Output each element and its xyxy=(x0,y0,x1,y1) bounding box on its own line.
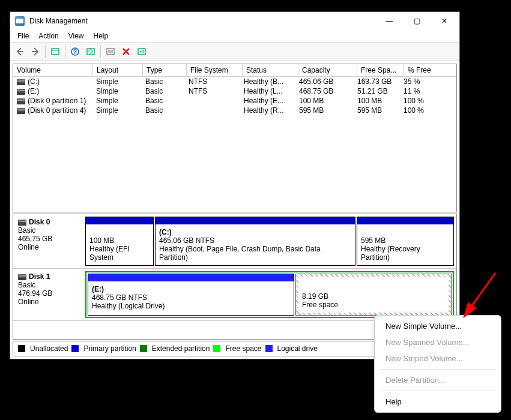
free-space[interactable]: 8.19 GBFree space xyxy=(295,274,452,316)
partition-efi[interactable]: 100 MBHealthy (EFI System xyxy=(85,217,154,266)
window-title: Disk Management xyxy=(29,17,375,25)
svg-rect-0 xyxy=(52,49,59,55)
ctx-new-striped-volume: New Striped Volume... xyxy=(375,350,501,367)
table-row[interactable]: (C:)SimpleBasicNTFSHealthy (B...465.06 G… xyxy=(13,77,456,86)
svg-point-10 xyxy=(140,51,142,53)
minimize-button[interactable]: — xyxy=(375,12,403,30)
close-button[interactable]: ✕ xyxy=(431,12,458,30)
menu-help[interactable]: Help xyxy=(89,31,113,41)
col-status[interactable]: Status xyxy=(243,64,298,77)
menubar: File Action View Help xyxy=(10,30,459,43)
ctx-new-simple-volume[interactable]: New Simple Volume... xyxy=(375,318,501,334)
menu-view[interactable]: View xyxy=(64,31,89,41)
swatch-unallocated xyxy=(18,345,25,352)
col-filesystem[interactable]: File System xyxy=(187,64,243,77)
disk-management-window: Disk Management — ▢ ✕ File Action View H… xyxy=(10,11,460,359)
maximize-button[interactable]: ▢ xyxy=(403,12,431,30)
menu-action[interactable]: Action xyxy=(34,31,63,41)
settings-button[interactable] xyxy=(103,44,118,59)
col-free[interactable]: Free Spa... xyxy=(357,64,404,77)
swatch-primary xyxy=(71,345,79,352)
swatch-logical xyxy=(265,345,273,352)
disk-1-label[interactable]: Disk 1 Basic 476.94 GB Online xyxy=(13,269,83,320)
drive-icon xyxy=(17,98,25,104)
ctx-help[interactable]: Help xyxy=(375,394,501,410)
app-icon xyxy=(15,16,25,26)
back-button[interactable] xyxy=(13,44,27,59)
context-menu: New Simple Volume... New Spanned Volume.… xyxy=(374,315,501,413)
swatch-extended xyxy=(140,345,147,352)
help-button[interactable]: ? xyxy=(68,44,82,59)
titlebar[interactable]: Disk Management — ▢ ✕ xyxy=(10,12,459,30)
svg-rect-9 xyxy=(138,49,145,55)
ctx-delete-partition: Delete Partition... xyxy=(375,372,501,388)
table-row[interactable]: (E:)SimpleBasicNTFSHealthy (L...468.75 G… xyxy=(13,86,456,96)
ctx-new-spanned-volume: New Spanned Volume... xyxy=(375,334,501,350)
svg-text:?: ? xyxy=(73,49,77,55)
toolbar: ? xyxy=(10,43,459,61)
drive-icon xyxy=(17,79,25,85)
forward-button[interactable] xyxy=(28,44,43,59)
menu-file[interactable]: File xyxy=(13,31,34,41)
table-row[interactable]: (Disk 0 partition 1)SimpleBasicHealthy (… xyxy=(13,96,456,106)
col-layout[interactable]: Layout xyxy=(93,64,143,77)
volume-list[interactable]: Volume Layout Type File System Status Ca… xyxy=(13,64,457,212)
list-header: Volume Layout Type File System Status Ca… xyxy=(13,64,456,77)
partition-c[interactable]: (C:)465.06 GB NTFSHealthy (Boot, Page Fi… xyxy=(155,217,355,266)
partition-recovery[interactable]: 595 MBHealthy (Recovery Partition) xyxy=(357,217,454,266)
swatch-freespace xyxy=(213,345,220,352)
disk-icon xyxy=(18,274,26,280)
delete-button[interactable] xyxy=(119,44,133,59)
col-pct[interactable]: % Free xyxy=(404,64,456,77)
col-capacity[interactable]: Capacity xyxy=(298,64,357,77)
disk-icon xyxy=(18,220,26,226)
show-hide-button[interactable] xyxy=(48,44,62,59)
disk-0-label[interactable]: Disk 0 Basic 465.75 GB Online xyxy=(13,214,83,268)
table-row[interactable]: (Disk 0 partition 4)SimpleBasicHealthy (… xyxy=(13,106,456,115)
drive-icon xyxy=(17,108,25,114)
disk-0-row: Disk 0 Basic 465.75 GB Online 100 MBHeal… xyxy=(13,214,456,269)
partition-e[interactable]: (E:)468.75 GB NTFSHealthy (Logical Drive… xyxy=(88,274,294,316)
drive-icon xyxy=(17,89,25,95)
disk-1-row: Disk 1 Basic 476.94 GB Online (E:)468.75… xyxy=(13,269,456,321)
refresh-button[interactable] xyxy=(83,44,98,59)
col-volume[interactable]: Volume xyxy=(13,64,93,77)
properties-button[interactable] xyxy=(135,44,149,59)
col-type[interactable]: Type xyxy=(143,64,187,77)
svg-line-11 xyxy=(464,273,495,317)
extended-partition: (E:)468.75 GB NTFSHealthy (Logical Drive… xyxy=(85,271,454,318)
